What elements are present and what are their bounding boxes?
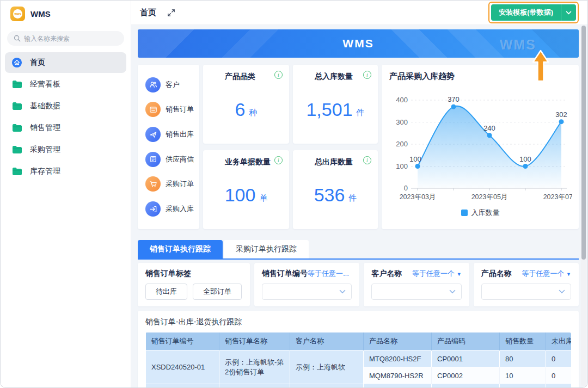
shortcut-label: 客户 — [166, 80, 194, 90]
table-column-header: 产品编码 — [432, 332, 500, 350]
sidebar-item-1[interactable]: 经营看板 — [5, 74, 126, 95]
filter-operator-dropdown[interactable]: 等于任意一个 ▼ — [412, 269, 462, 279]
search-input[interactable] — [24, 35, 111, 42]
stat-unit: 件 — [357, 108, 365, 118]
sidebar-item-label: 首页 — [30, 58, 45, 67]
cell-product-code: CP0002 — [432, 367, 500, 384]
main-area: 首页 安装模板(带数据) WMS — [131, 1, 587, 387]
select-filter-card-2: 产品名称等于任意一个 ▼ — [474, 263, 579, 306]
banner-title: WMS — [342, 37, 373, 50]
install-template-button[interactable]: 安装模板(带数据) — [491, 4, 576, 21]
info-icon[interactable]: i — [274, 156, 283, 164]
sidebar-item-4[interactable]: 采购管理 — [5, 139, 126, 160]
tracking-tabs: 销售订单执行跟踪采购订单执行跟踪 — [138, 240, 579, 260]
svg-text:2023年07月: 2023年07月 — [543, 193, 572, 201]
cell-order-name: 示例：上海帆软-第2份销售订单 — [219, 350, 290, 384]
home-icon — [11, 57, 22, 68]
table-column-header: 销售订单名称 — [219, 332, 290, 350]
cell-qty: 10 — [500, 367, 546, 384]
dashboard-banner: WMS WMS — [138, 29, 579, 58]
fullscreen-icon[interactable] — [166, 8, 176, 17]
tag-filter-button-0[interactable]: 待出库 — [145, 284, 187, 300]
folder-icon — [11, 101, 22, 112]
info-icon[interactable]: i — [363, 71, 371, 79]
table-header-row: 销售订单编号销售订单名称客户名称产品名称产品编码销售数量未出库数量 — [146, 332, 572, 350]
table-column-header: 产品名称 — [364, 332, 432, 350]
filter-select[interactable] — [371, 284, 461, 300]
install-dropdown-chevron-icon[interactable] — [561, 4, 576, 21]
shortcut-0[interactable]: 客户 — [145, 77, 199, 93]
tag-filter-button-1[interactable]: 全部订单 — [193, 284, 242, 300]
svg-text:100: 100 — [519, 155, 531, 163]
table-row: XSDD230726-02示例：无锡帆软-第2份示例：无锡帆软Catalyst … — [146, 384, 572, 388]
filter-label: 产品名称 — [481, 269, 512, 279]
filter-operator-dropdown[interactable]: 等于任意一... ▼ — [308, 269, 352, 279]
svg-text:200: 200 — [396, 140, 408, 148]
table-row: XSDD240520-01示例：上海帆软-第2份销售订单示例：上海帆软MTQ82… — [146, 350, 572, 367]
stat-card-2: 业务单据数量i100单 — [203, 150, 289, 229]
shortcut-2[interactable]: 销售出库 — [145, 127, 199, 142]
vertical-scrollbar-thumb[interactable] — [581, 26, 586, 260]
stat-value: 6 — [235, 99, 246, 120]
table-column-header: 销售订单编号 — [146, 332, 219, 350]
purchase-inbound-icon — [145, 201, 161, 217]
stat-title: 总入库数量 — [315, 72, 353, 82]
filter-select[interactable] — [481, 284, 571, 300]
app-window: WMS WMS 首页经营看板基础数据销售管理采购管理库存管理 首页 安 — [1, 1, 587, 387]
cell-pending: 0 — [546, 350, 572, 367]
cell-order-no: XSDD240520-01 — [146, 350, 219, 384]
vertical-scrollbar-track[interactable] — [581, 26, 586, 386]
table-column-header: 客户名称 — [290, 332, 364, 350]
chart-canvas: 01002003004001002023年03月3702402023年05月10… — [389, 82, 571, 207]
folder-icon — [11, 166, 22, 177]
sidebar-item-5[interactable]: 库存管理 — [5, 161, 126, 182]
sidebar-search[interactable] — [7, 31, 124, 46]
annotation-highlight-box: 安装模板(带数据) — [488, 2, 579, 23]
svg-text:0: 0 — [404, 184, 408, 192]
stat-unit: 单 — [259, 193, 267, 204]
cell-qty: 80 — [500, 350, 546, 367]
info-icon[interactable]: i — [363, 156, 371, 164]
shortcut-3[interactable]: 供应商信息 — [145, 152, 199, 167]
tracking-tab-0[interactable]: 销售订单执行跟踪 — [138, 240, 223, 258]
tracking-tab-1[interactable]: 采购订单执行跟踪 — [224, 240, 309, 258]
sales-outbound-icon — [145, 127, 161, 142]
svg-text:2023年03月: 2023年03月 — [400, 193, 436, 201]
legend-label: 入库数量 — [471, 208, 500, 218]
sidebar-item-label: 销售管理 — [30, 123, 60, 133]
info-icon[interactable]: i — [274, 71, 283, 79]
sidebar-item-3[interactable]: 销售管理 — [5, 118, 126, 138]
shortcut-1[interactable]: 销售订单 — [145, 102, 199, 117]
shortcut-label: 销售出库 — [166, 130, 194, 139]
stat-value: 536 — [314, 184, 345, 206]
folder-icon — [11, 79, 22, 90]
table-column-header: 销售数量 — [500, 332, 546, 350]
stat-card-3: 总出库数量i536件 — [293, 150, 378, 229]
stat-title: 产品品类 — [225, 72, 255, 82]
table-column-header: 未出库数量 — [546, 332, 572, 350]
sidebar-item-label: 库存管理 — [30, 167, 60, 176]
sidebar-item-2[interactable]: 基础数据 — [5, 96, 126, 116]
stat-unit: 种 — [249, 108, 257, 118]
filter-select[interactable] — [262, 284, 352, 300]
table-clip: 销售订单编号销售订单名称客户名称产品名称产品编码销售数量未出库数量 XSDD24… — [145, 332, 571, 387]
svg-text:240: 240 — [483, 124, 495, 132]
banner-watermark: WMS — [500, 37, 536, 53]
filter-operator-dropdown[interactable]: 等于任意一个 ▼ — [522, 269, 571, 279]
svg-text:370: 370 — [448, 95, 460, 103]
shortcut-5[interactable]: 采购入库 — [145, 201, 199, 217]
install-template-label: 安装模板(带数据) — [491, 8, 561, 17]
stat-card-0: 产品品类i6种 — [203, 65, 289, 144]
purchase-order-icon — [145, 176, 161, 192]
cell-pending: 3 — [546, 384, 572, 388]
cell-pending: 0 — [546, 367, 572, 384]
chart-legend[interactable]: 入库数量 — [389, 208, 571, 218]
cell-product-code: CP0001 — [432, 350, 500, 367]
cell-customer: 示例：无锡帆软 — [290, 384, 364, 388]
sidebar-menu: 首页经营看板基础数据销售管理采购管理库存管理 — [1, 52, 131, 182]
cell-order-no: XSDD230726-02 — [146, 384, 219, 388]
breadcrumb-home-tab[interactable]: 首页 — [140, 8, 156, 18]
shortcuts-card: 客户销售订单销售出库供应商信息采购订单采购入库 — [138, 65, 199, 229]
sidebar-item-0[interactable]: 首页 — [5, 52, 126, 73]
shortcut-4[interactable]: 采购订单 — [145, 176, 199, 192]
